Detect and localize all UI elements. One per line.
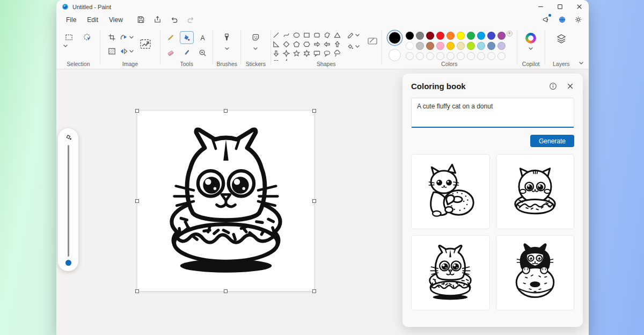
text-tool-button[interactable]: A	[196, 31, 210, 44]
copilot-dropdown-chevron[interactable]	[529, 47, 533, 50]
eraser-tool-button[interactable]	[164, 46, 178, 59]
shape-arrow-up-icon[interactable]	[334, 41, 341, 48]
info-button[interactable]	[549, 82, 557, 90]
menu-edit[interactable]: Edit	[82, 15, 104, 25]
color-picker-tool-button[interactable]	[180, 46, 194, 59]
shape-line-icon[interactable]	[273, 32, 280, 39]
shapes-options-button[interactable]	[364, 33, 381, 49]
color-swatch[interactable]	[447, 42, 455, 50]
shape-oval-callout-icon[interactable]	[324, 50, 331, 57]
rotate-button[interactable]	[120, 33, 134, 41]
selection-handle-top-right[interactable]	[312, 109, 316, 113]
generated-thumbnail-2[interactable]	[496, 154, 575, 229]
custom-color-slot[interactable]	[457, 52, 465, 60]
color-swatch[interactable]	[487, 42, 495, 50]
shape-pentagon-icon[interactable]	[293, 41, 300, 48]
color-swatch[interactable]	[426, 32, 434, 40]
redo-icon[interactable]	[187, 16, 195, 24]
generated-thumbnail-3[interactable]	[411, 235, 490, 310]
fill-tool-button[interactable]	[180, 31, 194, 44]
color-swatch[interactable]	[416, 32, 424, 40]
color-swatch[interactable]	[497, 42, 506, 50]
shape-five-point-star-icon[interactable]	[293, 50, 300, 57]
color-swatch[interactable]	[457, 32, 465, 40]
shape-rectangle-icon[interactable]	[303, 32, 310, 39]
shape-oval-icon[interactable]	[293, 32, 300, 39]
selection-handle-middle-right[interactable]	[312, 199, 316, 203]
menu-file[interactable]: File	[61, 15, 82, 25]
shape-diamond-icon[interactable]	[283, 41, 290, 48]
shape-arrow-left-icon[interactable]	[324, 41, 331, 48]
custom-color-slot[interactable]	[406, 52, 414, 60]
shape-cloud-callout-icon[interactable]	[334, 50, 341, 57]
drawing-canvas[interactable]	[137, 111, 314, 291]
close-button[interactable]	[569, 0, 589, 13]
selection-handle-bottom-middle[interactable]	[224, 289, 228, 293]
background-removal-button[interactable]	[106, 45, 118, 57]
slider-track[interactable]	[68, 145, 69, 257]
color-swatch[interactable]	[467, 32, 475, 40]
color-swatch[interactable]	[436, 42, 444, 50]
panel-close-button[interactable]	[566, 82, 574, 90]
copilot-sphere-icon[interactable]	[558, 16, 566, 24]
save-icon[interactable]	[137, 16, 145, 24]
color-swatch[interactable]	[457, 42, 465, 50]
selection-handle-bottom-left[interactable]	[135, 289, 139, 293]
rectangle-select-button[interactable]	[62, 31, 76, 43]
selection-dropdown-chevron[interactable]	[63, 45, 68, 47]
feedback-megaphone-icon[interactable]	[542, 16, 550, 24]
magnifier-tool-button[interactable]	[196, 46, 210, 59]
crop-button[interactable]	[106, 31, 118, 43]
shape-rect-callout-icon[interactable]	[313, 50, 320, 57]
selection-handle-bottom-right[interactable]	[312, 289, 316, 293]
custom-color-slot[interactable]	[487, 52, 495, 60]
secondary-color-swatch[interactable]	[389, 49, 401, 61]
generated-thumbnail-4[interactable]	[496, 235, 575, 310]
copilot-button[interactable]	[524, 31, 538, 46]
shape-six-point-star-icon[interactable]	[303, 50, 310, 57]
color-swatch[interactable]	[447, 32, 455, 40]
color-swatch[interactable]	[497, 32, 506, 40]
share-icon[interactable]	[153, 16, 162, 24]
pencil-tool-button[interactable]	[164, 31, 178, 44]
selection-handle-top-middle[interactable]	[224, 109, 228, 113]
stickers-button[interactable]	[248, 31, 262, 43]
color-swatch[interactable]	[416, 42, 424, 50]
free-form-select-button[interactable]	[80, 31, 94, 43]
custom-color-slot[interactable]	[467, 52, 475, 60]
shape-arrow-down-icon[interactable]	[273, 50, 280, 57]
prompt-input[interactable]: A cute fluffy cat on a donut	[411, 98, 574, 128]
shape-hexagon-icon[interactable]	[303, 41, 310, 48]
custom-color-slot[interactable]	[416, 52, 424, 60]
stickers-dropdown-chevron[interactable]	[253, 47, 258, 50]
color-swatch[interactable]	[406, 32, 414, 40]
color-swatch[interactable]	[467, 42, 475, 50]
brushes-dropdown-chevron[interactable]	[225, 47, 229, 50]
color-swatch[interactable]	[487, 32, 495, 40]
shape-outline-button[interactable]	[347, 32, 360, 39]
custom-color-slot[interactable]	[436, 52, 444, 60]
custom-color-slot[interactable]	[447, 52, 455, 60]
selection-handle-top-left[interactable]	[135, 109, 139, 113]
custom-color-slot[interactable]	[497, 52, 506, 60]
minimize-button[interactable]	[531, 0, 550, 13]
shape-curve-icon[interactable]	[283, 32, 290, 39]
custom-color-slot[interactable]	[477, 52, 485, 60]
image-options-button[interactable]	[137, 35, 154, 53]
brushes-button[interactable]	[220, 31, 234, 43]
settings-gear-icon[interactable]	[574, 16, 582, 24]
color-swatch[interactable]	[406, 42, 414, 50]
flip-button[interactable]	[120, 47, 134, 55]
selection-handle-middle-left[interactable]	[135, 199, 139, 203]
shape-fill-button[interactable]	[347, 43, 360, 50]
generated-thumbnail-1[interactable]	[411, 154, 490, 229]
shape-arrow-right-icon[interactable]	[313, 41, 320, 48]
color-swatch[interactable]	[436, 32, 444, 40]
undo-icon[interactable]	[170, 16, 178, 24]
menu-view[interactable]: View	[104, 15, 128, 25]
shape-triangle-icon[interactable]	[334, 32, 341, 39]
slider-thumb[interactable]	[65, 260, 71, 266]
color-swatch[interactable]	[477, 42, 485, 50]
shape-four-point-star-icon[interactable]	[283, 50, 290, 57]
shape-polygon-icon[interactable]	[324, 32, 331, 39]
